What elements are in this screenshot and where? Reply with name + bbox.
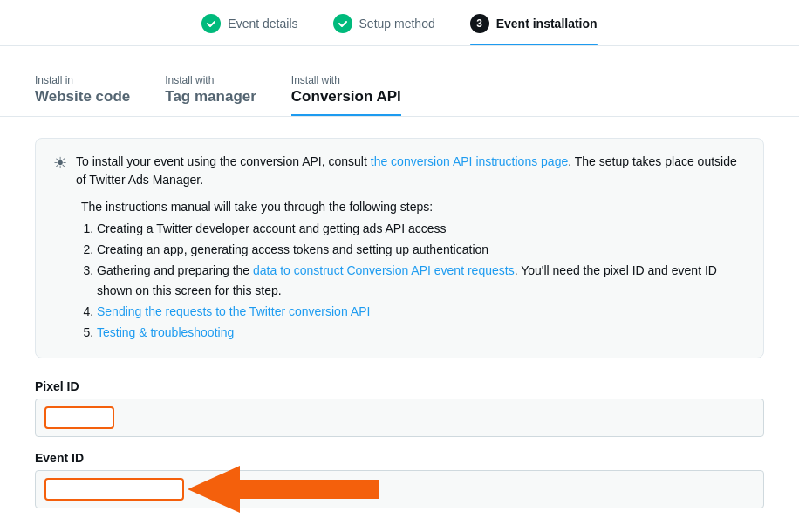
step-label-event-details: Event details bbox=[228, 17, 297, 31]
tab-conversion-api-title: Conversion API bbox=[291, 88, 401, 106]
step3-link[interactable]: data to construct Conversion API event r… bbox=[253, 263, 515, 277]
tab-website-code[interactable]: Install in Website code bbox=[35, 67, 165, 116]
pixel-id-label: Pixel ID bbox=[35, 379, 764, 393]
info-steps-title: The instructions manual will take you th… bbox=[81, 200, 746, 214]
step-number-event-installation: 3 bbox=[470, 14, 489, 33]
pixel-id-input-row bbox=[35, 399, 764, 437]
tab-tag-manager[interactable]: Install with Tag manager bbox=[165, 67, 291, 116]
event-id-input[interactable] bbox=[44, 478, 184, 501]
step-label-setup-method: Setup method bbox=[359, 17, 435, 31]
svg-marker-0 bbox=[188, 466, 379, 513]
tab-tag-manager-title: Tag manager bbox=[165, 88, 256, 106]
info-intro: To install your event using the conversi… bbox=[76, 154, 371, 168]
step-header: Event details Setup method 3 Event insta… bbox=[0, 0, 799, 46]
tab-tag-manager-subtitle: Install with bbox=[165, 74, 256, 86]
info-steps: The instructions manual will take you th… bbox=[81, 200, 746, 344]
gear-icon: ☀ bbox=[53, 153, 67, 173]
step5-link[interactable]: Testing & troubleshooting bbox=[97, 325, 234, 339]
step-item-3: Gathering and preparing the data to cons… bbox=[97, 261, 746, 303]
step-item-5: Testing & troubleshooting bbox=[97, 323, 746, 344]
step-setup-method[interactable]: Setup method bbox=[333, 14, 435, 45]
steps-list: Creating a Twitter developer account and… bbox=[97, 219, 746, 344]
conversion-api-link[interactable]: the conversion API instructions page bbox=[371, 154, 568, 168]
step-check-event-details bbox=[201, 14, 221, 33]
event-id-section: Event ID bbox=[35, 451, 764, 508]
tab-website-code-title: Website code bbox=[35, 88, 130, 106]
step3-before: Gathering and preparing the bbox=[97, 263, 253, 277]
pixel-id-input[interactable] bbox=[44, 406, 114, 429]
tab-conversion-api-subtitle: Install with bbox=[291, 74, 401, 86]
pixel-id-section: Pixel ID bbox=[35, 379, 764, 437]
step-event-installation[interactable]: 3 Event installation bbox=[470, 14, 598, 45]
tab-website-code-subtitle: Install in bbox=[35, 74, 130, 86]
step-label-event-installation: Event installation bbox=[496, 17, 598, 31]
event-id-row-wrapper bbox=[35, 470, 764, 508]
tab-conversion-api[interactable]: Install with Conversion API bbox=[291, 67, 436, 116]
step-item-2: Creating an app, generating access token… bbox=[97, 240, 746, 261]
event-id-input-row bbox=[35, 470, 764, 508]
step4-link[interactable]: Sending the requests to the Twitter conv… bbox=[97, 304, 370, 318]
step-item-4: Sending the requests to the Twitter conv… bbox=[97, 302, 746, 323]
install-tabs: Install in Website code Install with Tag… bbox=[0, 67, 799, 117]
event-id-label: Event ID bbox=[35, 451, 764, 465]
arrow-annotation bbox=[188, 466, 379, 513]
step-check-setup-method bbox=[333, 14, 352, 33]
info-box-intro-text: To install your event using the conversi… bbox=[76, 153, 746, 189]
step-event-details[interactable]: Event details bbox=[201, 14, 297, 45]
step-item-1: Creating a Twitter developer account and… bbox=[97, 219, 746, 240]
info-box-header: ☀ To install your event using the conver… bbox=[53, 153, 746, 189]
info-box: ☀ To install your event using the conver… bbox=[35, 138, 764, 358]
